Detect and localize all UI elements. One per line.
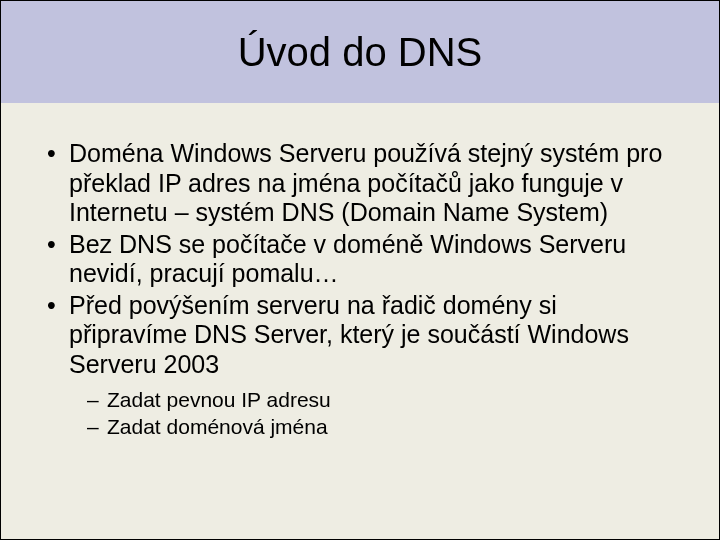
- bullet-list: Doména Windows Serveru používá stejný sy…: [41, 139, 679, 439]
- sub-bullet-text: Zadat pevnou IP adresu: [107, 388, 331, 411]
- bullet-text: Před povýšením serveru na řadič domény s…: [69, 291, 629, 378]
- sub-bullet-item: Zadat pevnou IP adresu: [85, 387, 679, 412]
- sub-bullet-text: Zadat doménová jména: [107, 415, 328, 438]
- bullet-item: Před povýšením serveru na řadič domény s…: [41, 291, 679, 440]
- title-band: Úvod do DNS: [1, 1, 719, 103]
- bullet-item: Bez DNS se počítače v doméně Windows Ser…: [41, 230, 679, 289]
- sub-bullet-item: Zadat doménová jména: [85, 414, 679, 439]
- slide-title: Úvod do DNS: [238, 30, 483, 75]
- bullet-text: Doména Windows Serveru používá stejný sy…: [69, 139, 662, 226]
- sub-bullet-list: Zadat pevnou IP adresu Zadat doménová jm…: [85, 387, 679, 439]
- bullet-text: Bez DNS se počítače v doméně Windows Ser…: [69, 230, 626, 288]
- slide-content: Doména Windows Serveru používá stejný sy…: [1, 103, 719, 439]
- bullet-item: Doména Windows Serveru používá stejný sy…: [41, 139, 679, 228]
